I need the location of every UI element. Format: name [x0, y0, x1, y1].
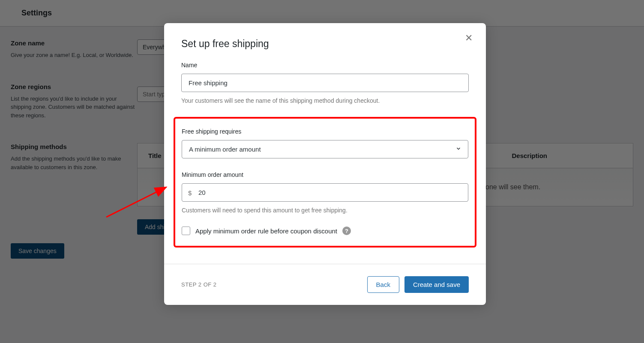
name-input[interactable] [181, 74, 469, 92]
min-amount-help: Customers will need to spend this amount… [182, 207, 468, 214]
min-amount-field-group: Minimum order amount $ Customers will ne… [182, 171, 468, 214]
step-indicator: STEP 2 OF 2 [181, 281, 217, 288]
min-amount-label: Minimum order amount [182, 171, 468, 178]
name-field-group: Name Your customers will see the name of… [181, 62, 469, 104]
close-icon[interactable]: ✕ [464, 33, 474, 44]
coupon-rule-label: Apply minimum order rule before coupon d… [195, 227, 337, 235]
back-button[interactable]: Back [367, 276, 399, 293]
modal-footer: STEP 2 OF 2 Back Create and save [164, 264, 486, 305]
shipping-modal: ✕ Set up free shipping Name Your custome… [164, 23, 486, 305]
create-and-save-button[interactable]: Create and save [404, 276, 469, 293]
requires-select[interactable]: A minimum order amount [182, 140, 468, 158]
checkbox-group: Apply minimum order rule before coupon d… [182, 227, 468, 235]
coupon-rule-checkbox[interactable] [182, 227, 190, 235]
name-help: Your customers will see the name of this… [181, 97, 469, 104]
requires-field-group: Free shipping requires A minimum order a… [182, 128, 468, 158]
currency-symbol: $ [188, 189, 192, 196]
name-label: Name [181, 62, 469, 69]
min-amount-input[interactable] [182, 183, 468, 202]
help-icon[interactable]: ? [342, 227, 351, 235]
requires-label: Free shipping requires [182, 128, 468, 135]
modal-title: Set up free shipping [181, 38, 469, 50]
highlighted-section: Free shipping requires A minimum order a… [174, 117, 476, 248]
